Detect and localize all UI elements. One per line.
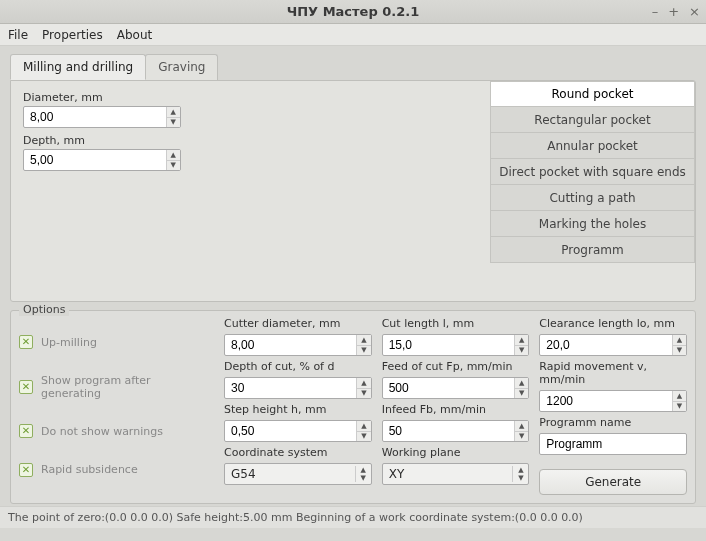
spin-down-icon[interactable]: ▼ (515, 389, 528, 399)
spin-down-icon[interactable]: ▼ (673, 402, 686, 412)
chevron-down-icon: ▼ (356, 474, 371, 482)
coord-dropdown[interactable]: G54▲▼ (224, 463, 372, 485)
op-annular-pocket[interactable]: Annular pocket (490, 133, 695, 159)
feed-fp-input[interactable]: ▲▼ (382, 377, 530, 399)
tab-strip: Milling and drilling Graving (10, 54, 696, 80)
tab-milling[interactable]: Milling and drilling (10, 54, 146, 80)
rapid-label: Rapid movement v, mm/min (539, 360, 687, 386)
cutter-d-label: Cutter diameter, mm (224, 317, 372, 330)
spin-down-icon[interactable]: ▼ (673, 346, 686, 356)
coord-label: Coordinate system (224, 446, 372, 459)
chevron-up-icon: ▲ (356, 466, 371, 474)
clearance-label: Clearance length lo, mm (539, 317, 687, 330)
infeed-fb-label: Infeed Fb, mm/min (382, 403, 530, 416)
depth-label: Depth, mm (23, 134, 189, 147)
minimize-icon[interactable]: – (652, 4, 659, 19)
check-show-program[interactable]: ✕ Show program after generating (19, 374, 214, 400)
menu-properties[interactable]: Properties (42, 28, 103, 42)
check-no-warnings[interactable]: ✕ Do not show warnings (19, 424, 214, 438)
chevron-up-icon: ▲ (513, 466, 528, 474)
cutter-d-input[interactable]: ▲▼ (224, 334, 372, 356)
diameter-field[interactable] (24, 107, 166, 127)
rapid-input[interactable]: ▲▼ (539, 390, 687, 412)
spin-down-icon[interactable]: ▼ (167, 118, 180, 128)
maximize-icon[interactable]: + (668, 4, 679, 19)
spin-up-icon[interactable]: ▲ (357, 421, 370, 432)
plane-dropdown[interactable]: XY▲▼ (382, 463, 530, 485)
op-cutting-path[interactable]: Cutting a path (490, 185, 695, 211)
menu-about[interactable]: About (117, 28, 152, 42)
options-group: Options ✕ Up-milling ✕ Show program afte… (10, 310, 696, 504)
titlebar: ЧПУ Мастер 0.2.1 – + × (0, 0, 706, 24)
status-bar: The point of zero:(0.0 0.0 0.0) Safe hei… (0, 506, 706, 528)
spin-up-icon[interactable]: ▲ (167, 150, 180, 161)
spin-up-icon[interactable]: ▲ (673, 335, 686, 346)
prog-name-input[interactable] (539, 433, 687, 455)
doc-input[interactable]: ▲▼ (224, 377, 372, 399)
spin-up-icon[interactable]: ▲ (673, 391, 686, 402)
step-h-label: Step height h, mm (224, 403, 372, 416)
checkbox-icon: ✕ (19, 424, 33, 438)
spin-up-icon[interactable]: ▲ (167, 107, 180, 118)
op-rectangular-pocket[interactable]: Rectangular pocket (490, 107, 695, 133)
feed-fp-label: Feed of cut Fp, mm/min (382, 360, 530, 373)
check-up-milling[interactable]: ✕ Up-milling (19, 335, 214, 349)
checkbox-icon: ✕ (19, 380, 33, 394)
cut-len-label: Cut length l, mm (382, 317, 530, 330)
diameter-input[interactable]: ▲▼ (23, 106, 181, 128)
spin-down-icon[interactable]: ▼ (357, 389, 370, 399)
close-icon[interactable]: × (689, 4, 700, 19)
depth-input[interactable]: ▲▼ (23, 149, 181, 171)
spin-down-icon[interactable]: ▼ (515, 432, 528, 442)
spin-up-icon[interactable]: ▲ (357, 335, 370, 346)
op-programm[interactable]: Programm (490, 237, 695, 263)
spin-up-icon[interactable]: ▲ (515, 421, 528, 432)
step-h-input[interactable]: ▲▼ (224, 420, 372, 442)
prog-name-label: Programm name (539, 416, 687, 429)
doc-label: Depth of cut, % of d (224, 360, 372, 373)
spin-down-icon[interactable]: ▼ (515, 346, 528, 356)
plane-label: Working plane (382, 446, 530, 459)
spin-down-icon[interactable]: ▼ (357, 346, 370, 356)
spin-up-icon[interactable]: ▲ (357, 378, 370, 389)
window-title: ЧПУ Мастер 0.2.1 (0, 4, 706, 19)
infeed-fb-input[interactable]: ▲▼ (382, 420, 530, 442)
options-legend: Options (19, 303, 69, 316)
chevron-down-icon: ▼ (513, 474, 528, 482)
cut-len-input[interactable]: ▲▼ (382, 334, 530, 356)
spin-down-icon[interactable]: ▼ (167, 161, 180, 171)
clearance-input[interactable]: ▲▼ (539, 334, 687, 356)
tab-panel: Diameter, mm ▲▼ Depth, mm ▲▼ Round pocke… (10, 80, 696, 302)
depth-field[interactable] (24, 150, 166, 170)
op-direct-pocket[interactable]: Direct pocket with square ends (490, 159, 695, 185)
op-marking-holes[interactable]: Marking the holes (490, 211, 695, 237)
diameter-label: Diameter, mm (23, 91, 189, 104)
checkbox-icon: ✕ (19, 335, 33, 349)
op-round-pocket[interactable]: Round pocket (490, 81, 695, 107)
menubar: File Properties About (0, 24, 706, 46)
check-rapid-subsidence[interactable]: ✕ Rapid subsidence (19, 463, 214, 477)
spin-up-icon[interactable]: ▲ (515, 335, 528, 346)
generate-button[interactable]: Generate (539, 469, 687, 495)
tab-graving[interactable]: Graving (145, 54, 218, 80)
menu-file[interactable]: File (8, 28, 28, 42)
checkbox-icon: ✕ (19, 463, 33, 477)
spin-down-icon[interactable]: ▼ (357, 432, 370, 442)
operation-list: Round pocket Rectangular pocket Annular … (490, 81, 695, 301)
spin-up-icon[interactable]: ▲ (515, 378, 528, 389)
